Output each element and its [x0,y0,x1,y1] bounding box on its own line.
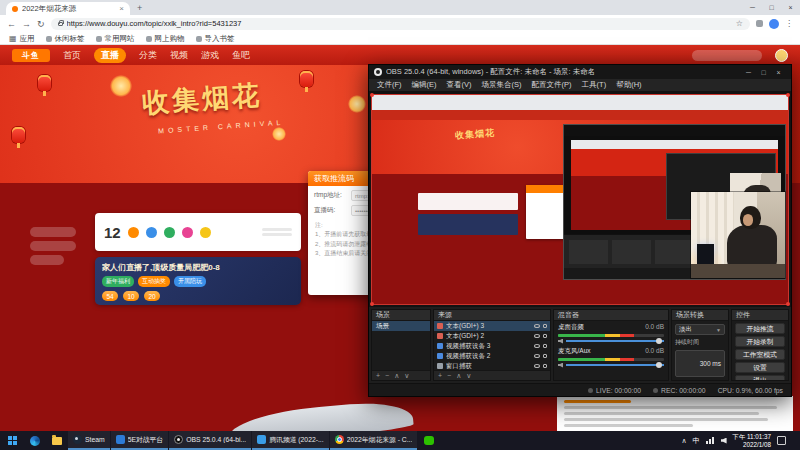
taskbar-app-tencent[interactable]: 腾讯频道 (2022-... [252,431,328,450]
reward-icon[interactable] [182,227,193,238]
obs-maximize-button[interactable]: □ [756,69,771,76]
action-center-icon[interactable] [777,436,786,445]
bookmark-apps[interactable]: ▦ 应用 [9,34,35,44]
taskbar-app-obs[interactable]: OBS 25.0.4 (64-bi... [169,431,251,450]
tab-close-icon[interactable]: × [119,4,124,13]
visibility-eye-icon[interactable] [534,364,540,368]
resize-handle[interactable] [370,302,374,306]
obs-title-bar[interactable]: OBS 25.0.4 (64-bit, windows) - 配置文件: 未命名… [369,65,791,79]
forward-icon[interactable]: → [22,19,31,29]
profile-avatar[interactable] [769,19,779,29]
url-text[interactable]: https://www.douyu.com/topic/xxlk_intro?r… [67,19,732,28]
scene-item[interactable]: 场景 [372,321,430,331]
close-button[interactable]: × [781,0,800,15]
speaker-icon[interactable] [558,339,563,344]
webcam-overlay[interactable] [691,192,785,278]
stream-card[interactable]: 家人们直播了,顶级质量局肥肥0-8 新年福利 互动抽奖 开黑陪玩 54 10 2… [95,257,301,305]
add-source-button[interactable]: + [438,372,442,379]
tag[interactable]: 互动抽奖 [138,276,170,287]
taskbar-app-steam[interactable]: Steam [68,431,110,450]
reward-icon[interactable] [146,227,157,238]
resize-handle[interactable] [786,93,790,97]
new-tab-button[interactable]: + [137,3,142,13]
volume-slider[interactable] [558,362,664,368]
source-item[interactable]: 视频捕获设备 3 [434,341,550,351]
exit-button[interactable]: 退出 [735,375,785,380]
move-scene-up-button[interactable]: ∧ [394,372,399,380]
source-item[interactable]: 文本(GDI+) 3 [434,321,550,331]
move-source-up-button[interactable]: ∧ [456,372,461,380]
speaker-icon[interactable] [558,363,563,368]
minimize-button[interactable]: ─ [743,0,762,15]
transition-select[interactable]: 淡出 ▼ [675,324,725,335]
volume-slider[interactable] [558,338,664,344]
side-widget[interactable] [30,227,76,237]
maximize-button[interactable]: □ [762,0,781,15]
duration-input[interactable]: 300 ms [675,350,725,377]
start-button[interactable] [0,431,24,450]
taskbar-app-5e[interactable]: 5E对战平台 [111,431,169,450]
settings-button[interactable]: 设置 [735,362,785,373]
studio-mode-button[interactable]: 工作室模式 [735,349,785,360]
back-icon[interactable]: ← [7,19,16,29]
lock-icon[interactable] [543,354,547,358]
side-widget[interactable] [30,241,76,251]
extensions-icon[interactable] [756,20,763,27]
lock-icon[interactable] [543,344,547,348]
bookmark-item[interactable]: 休闲标签 [46,34,85,44]
bookmark-star-icon[interactable]: ☆ [736,19,743,28]
stat-chip[interactable]: 20 [144,291,160,301]
nav-yuba[interactable]: 鱼吧 [232,49,250,62]
obs-minimize-button[interactable]: ─ [741,69,756,76]
bookmark-item[interactable]: 导入书签 [196,34,235,44]
user-avatar[interactable] [775,49,788,62]
nav-live[interactable]: 直播 [94,48,126,63]
menu-edit[interactable]: 编辑(E) [412,80,437,90]
tray-expand-icon[interactable]: ∧ [681,437,686,445]
input-language-indicator[interactable]: 中 [693,436,700,446]
nav-video[interactable]: 视频 [170,49,188,62]
reward-icon[interactable] [164,227,175,238]
lock-icon[interactable] [543,324,547,328]
bookmark-item[interactable]: 网上购物 [146,34,185,44]
network-icon[interactable] [706,437,715,444]
slider-track[interactable] [566,340,664,342]
add-scene-button[interactable]: + [376,372,380,379]
taskbar-edge[interactable] [24,431,46,450]
taskbar-wechat[interactable] [418,431,440,450]
move-scene-down-button[interactable]: ∨ [404,372,409,380]
obs-close-button[interactable]: × [771,69,786,76]
remove-scene-button[interactable]: − [385,372,389,379]
browser-tab[interactable]: 2022年烟花来源 × [6,2,130,15]
menu-tools[interactable]: 工具(T) [582,80,607,90]
taskbar-app-chrome[interactable]: 2022年烟花来源 - C... [330,431,418,450]
move-source-down-button[interactable]: ∨ [466,372,471,380]
stat-chip[interactable]: 10 [123,291,139,301]
reload-icon[interactable]: ↻ [37,19,45,29]
site-search-input[interactable] [692,50,762,61]
resize-handle[interactable] [370,93,374,97]
nav-category[interactable]: 分类 [139,49,157,62]
start-recording-button[interactable]: 开始录制 [735,336,785,347]
reward-icon[interactable] [128,227,139,238]
nav-home[interactable]: 首页 [63,49,81,62]
source-item[interactable]: 窗口捕获 [434,361,550,370]
browser-menu-icon[interactable]: ⋮ [785,19,793,28]
clock[interactable]: 下午 11:01:37 2022/1/08 [733,433,771,449]
menu-profile[interactable]: 配置文件(P) [532,80,572,90]
menu-scene-collection[interactable]: 场景集合(S) [482,80,522,90]
lock-icon[interactable] [543,364,547,368]
taskbar-explorer[interactable] [46,431,68,450]
slider-track[interactable] [566,364,664,366]
lock-icon[interactable] [543,334,547,338]
menu-help[interactable]: 帮助(H) [616,80,641,90]
reward-icon[interactable] [200,227,211,238]
volume-icon[interactable] [721,438,727,444]
tag[interactable]: 开黑陪玩 [174,276,206,287]
douyu-logo[interactable]: 斗鱼 [12,49,50,62]
visibility-eye-icon[interactable] [534,344,540,348]
visibility-eye-icon[interactable] [534,324,540,328]
nav-game[interactable]: 游戏 [201,49,219,62]
menu-view[interactable]: 查看(V) [447,80,472,90]
visibility-eye-icon[interactable] [534,334,540,338]
